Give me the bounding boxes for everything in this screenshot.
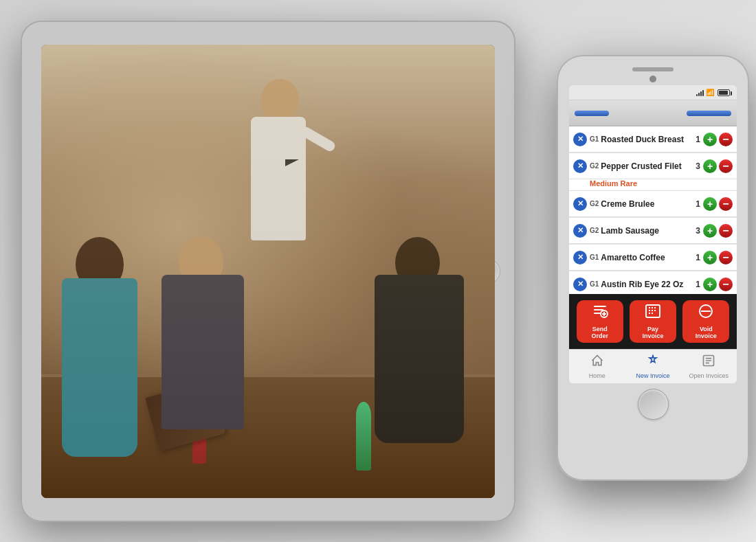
order-item: ✕ G2 Creme Brulee 1 + −: [569, 191, 737, 217]
item-qty: 1: [696, 280, 700, 289]
svg-rect-1: [594, 309, 603, 310]
item-name: Amaretto Coffee: [601, 253, 696, 262]
phone-actions: SendOrder PayInvoice VoidInvoice: [569, 294, 737, 349]
item-qty: 1: [696, 199, 700, 209]
qty-increase-button[interactable]: +: [703, 197, 717, 211]
action-icon: [698, 303, 714, 324]
svg-rect-0: [594, 306, 606, 307]
order-item: ✕ G1 Roasted Duck Breast 1 + −: [569, 126, 737, 153]
item-name: Creme Brulee: [601, 199, 696, 209]
order-item: ✕ G2 Lamb Sausage 3 + −: [569, 218, 737, 244]
signal-bars: [696, 89, 704, 96]
item-qty: 1: [696, 253, 700, 262]
remove-item-button[interactable]: ✕: [573, 133, 587, 146]
new-invoice-nav-label: New Invoice: [636, 372, 669, 379]
qty-increase-button[interactable]: +: [703, 133, 717, 146]
add-item-button[interactable]: [687, 111, 731, 116]
qty-increase-button[interactable]: +: [703, 224, 717, 238]
order-item-wrap: ✕ G2 Lamb Sausage 3 + −: [569, 218, 737, 245]
phone-home-button[interactable]: [638, 389, 669, 420]
phone-camera: [649, 76, 656, 82]
phone: 📶 ✕ G1 Roasted Duck Breast 1 + − ✕ G2: [557, 55, 749, 481]
order-item-wrap: ✕ G1 Austin Rib Eye 22 Oz 1 + − Well Don…: [569, 271, 737, 294]
svg-rect-2: [594, 313, 601, 314]
order-list: ✕ G1 Roasted Duck Breast 1 + − ✕ G2 Pepp…: [569, 126, 737, 294]
order-item: ✕ G1 Austin Rib Eye 22 Oz 1 + −: [569, 271, 737, 294]
new-invoice-nav-icon: [646, 354, 660, 371]
item-group: G2: [590, 200, 599, 207]
tablet-screen: [41, 45, 495, 498]
open-invoices-nav-icon: [702, 354, 715, 371]
status-icons: 📶: [696, 89, 730, 96]
open-invoices-nav-label: Open Invoices: [689, 372, 729, 379]
remove-item-button[interactable]: ✕: [573, 197, 587, 211]
item-group: G2: [590, 227, 599, 234]
item-group: G1: [590, 135, 599, 143]
qty-decrease-button[interactable]: −: [719, 133, 733, 146]
qty-decrease-button[interactable]: −: [719, 197, 733, 211]
action-label: SendOrder: [591, 326, 608, 340]
battery-icon: [718, 89, 730, 96]
item-qty: 3: [696, 226, 700, 236]
remove-item-button[interactable]: ✕: [573, 224, 587, 238]
qty-decrease-button[interactable]: −: [719, 224, 733, 238]
remove-item-button[interactable]: ✕: [573, 278, 587, 291]
item-qty: 3: [696, 161, 700, 171]
order-item-wrap: ✕ G2 Creme Brulee 1 + −: [569, 191, 737, 218]
order-item-wrap: ✕ G1 Amaretto Coffee 1 + −: [569, 245, 737, 271]
action-icon: [645, 303, 661, 324]
phone-screen: 📶 ✕ G1 Roasted Duck Breast 1 + − ✕ G2: [569, 85, 737, 383]
qty-decrease-button[interactable]: −: [719, 251, 733, 264]
nav-new-invoice[interactable]: New Invoice: [625, 351, 680, 382]
qty-decrease-button[interactable]: −: [719, 159, 733, 173]
scene: 📶 ✕ G1 Roasted Duck Breast 1 + − ✕ G2: [0, 0, 756, 542]
item-group: G1: [590, 280, 599, 288]
action-label: VoidInvoice: [696, 326, 717, 340]
phone-speaker: [632, 67, 674, 71]
item-qty: 1: [696, 135, 700, 144]
item-name: Lamb Sausage: [601, 226, 696, 236]
item-modifier: Medium Rare: [569, 179, 737, 190]
action-icon: [592, 303, 608, 324]
order-item: ✕ G1 Amaretto Coffee 1 + −: [569, 245, 737, 271]
order-item-wrap: ✕ G1 Roasted Duck Breast 1 + −: [569, 126, 737, 153]
order-item-wrap: ✕ G2 Pepper Crusted Filet 3 + − Medium R…: [569, 153, 737, 191]
save-button[interactable]: [575, 111, 609, 116]
nav-open-invoices[interactable]: Open Invoices: [681, 351, 737, 382]
photo-overlay: [41, 45, 495, 498]
item-name: Roasted Duck Breast: [601, 135, 696, 144]
tablet: [21, 21, 515, 522]
qty-increase-button[interactable]: +: [703, 159, 717, 173]
item-group: G2: [590, 162, 599, 170]
action-send-order-button[interactable]: SendOrder: [577, 300, 623, 343]
status-bar: 📶: [569, 85, 737, 100]
restaurant-photo: [41, 45, 495, 498]
phone-nav: Home New Invoice Open Invoices: [569, 349, 737, 383]
item-group: G1: [590, 253, 599, 261]
phone-toolbar: [569, 100, 737, 126]
action-pay-invoice-button[interactable]: PayInvoice: [630, 300, 676, 343]
item-name: Austin Rib Eye 22 Oz: [601, 280, 696, 289]
home-nav-label: Home: [589, 372, 605, 379]
order-item: ✕ G2 Pepper Crusted Filet 3 + −: [569, 153, 737, 179]
item-name: Pepper Crusted Filet: [601, 161, 696, 171]
nav-home[interactable]: Home: [569, 351, 625, 382]
qty-increase-button[interactable]: +: [703, 251, 717, 264]
action-label: PayInvoice: [642, 326, 663, 340]
action-void-invoice-button[interactable]: VoidInvoice: [682, 300, 729, 343]
qty-decrease-button[interactable]: −: [719, 278, 733, 291]
remove-item-button[interactable]: ✕: [573, 159, 587, 173]
wifi-icon: 📶: [706, 89, 714, 96]
qty-increase-button[interactable]: +: [703, 278, 717, 291]
home-nav-icon: [590, 354, 604, 371]
remove-item-button[interactable]: ✕: [573, 251, 587, 264]
